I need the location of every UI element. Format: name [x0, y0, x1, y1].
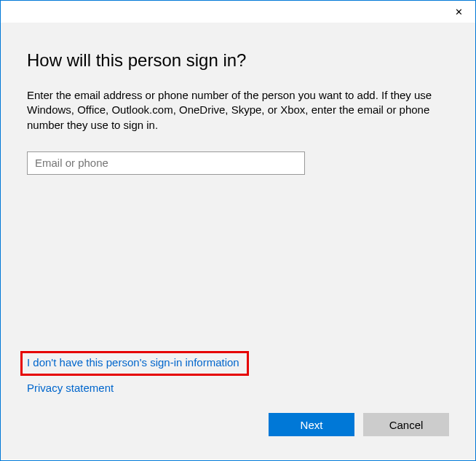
bottom-links: I don't have this person's sign-in infor… — [27, 351, 449, 394]
cancel-button[interactable]: Cancel — [363, 413, 449, 436]
privacy-statement-link[interactable]: Privacy statement — [27, 382, 114, 394]
no-signin-info-link[interactable]: I don't have this person's sign-in infor… — [27, 356, 239, 369]
titlebar: ✕ — [1, 1, 475, 23]
highlight-annotation: I don't have this person's sign-in infor… — [20, 351, 249, 376]
button-row: Next Cancel — [27, 413, 449, 436]
instruction-text: Enter the email address or phone number … — [27, 88, 449, 133]
email-phone-input[interactable] — [27, 151, 305, 175]
close-button[interactable]: ✕ — [443, 1, 475, 23]
dialog-window: ✕ How will this person sign in? Enter th… — [0, 0, 476, 461]
next-button[interactable]: Next — [269, 413, 354, 436]
content-area: How will this person sign in? Enter the … — [1, 23, 475, 460]
page-title: How will this person sign in? — [27, 50, 449, 71]
close-icon: ✕ — [455, 7, 463, 17]
